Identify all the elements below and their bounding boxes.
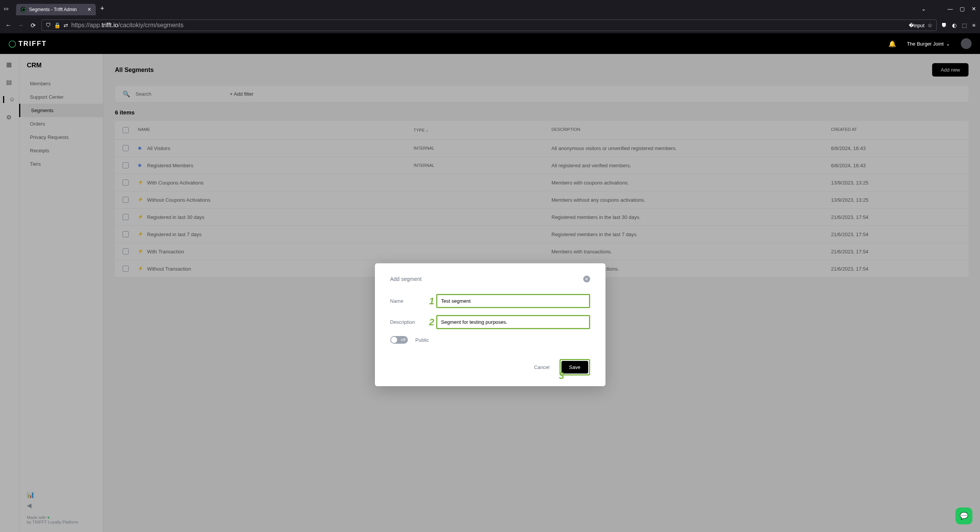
minimize-icon[interactable]: — [947, 6, 953, 12]
cancel-button[interactable]: Cancel [528, 361, 555, 374]
chat-icon: 💬 [960, 512, 968, 520]
chevron-down-icon: ⌄ [946, 41, 950, 47]
logo-icon: ◯ [8, 39, 16, 48]
permissions-icon[interactable]: ⇄ [64, 22, 68, 28]
toggle-off-label: Off [401, 338, 406, 342]
tab-close-icon[interactable]: × [88, 6, 91, 13]
pocket-icon[interactable]: ⛊ [941, 22, 947, 28]
avatar[interactable] [961, 38, 972, 49]
toggle-handle [391, 337, 397, 343]
description-label: Description [390, 319, 429, 325]
new-tab-button[interactable]: + [100, 5, 105, 13]
app-header: ◯ TRIFFT 🔔 The Burger Joint ⌄ [0, 33, 980, 54]
forward-icon: → [17, 22, 25, 29]
annotation-step-2: 2 [429, 317, 434, 328]
org-selector[interactable]: The Burger Joint ⌄ [907, 41, 950, 47]
url-text: https://app.trifft.io/cacitokiy/crm/segm… [71, 22, 183, 29]
menu-icon[interactable]: ≡ [972, 22, 975, 28]
name-input[interactable] [436, 294, 590, 308]
chat-widget[interactable]: 💬 [955, 508, 972, 524]
bookmark-icon[interactable]: ☆ [928, 22, 933, 28]
add-segment-modal: Add segment ✕ Name 1 Description 2 Off P… [375, 263, 605, 386]
reload-icon[interactable]: ⟳ [29, 22, 37, 29]
modal-title: Add segment [390, 276, 422, 282]
logo-text: TRIFFT [18, 40, 47, 48]
browser-toolbar: ← → ⟳ ⛉ 🔒 ⇄ https://app.trifft.io/cacito… [0, 17, 980, 33]
modal-close-icon[interactable]: ✕ [583, 276, 590, 282]
save-button[interactable]: Save [561, 361, 588, 374]
lock-icon[interactable]: 🔒 [54, 22, 61, 28]
description-input[interactable] [436, 315, 590, 329]
annotation-step-1: 1 [429, 296, 434, 307]
maximize-icon[interactable]: ▢ [960, 6, 965, 12]
back-icon[interactable]: ← [5, 22, 12, 29]
org-name: The Burger Joint [907, 41, 944, 47]
extensions-icon[interactable]: ⬚ [962, 22, 967, 28]
firefox-menu-icon[interactable]: ▭ [4, 6, 8, 11]
public-toggle[interactable]: Off [390, 336, 408, 344]
close-window-icon[interactable]: ✕ [972, 6, 976, 12]
translate-icon[interactable]: �input [909, 23, 924, 28]
url-bar[interactable]: ⛉ 🔒 ⇄ https://app.trifft.io/cacitokiy/cr… [41, 20, 937, 31]
annotation-step-3: 3 [559, 370, 564, 381]
browser-tab[interactable]: ◯ Segments - Trifft Admin × [16, 4, 96, 15]
tab-favicon-icon: ◯ [21, 7, 26, 12]
shield-icon[interactable]: ⛉ [46, 22, 51, 28]
overflow-dropdown-icon[interactable]: ⌄ [921, 6, 926, 12]
notifications-icon[interactable]: 🔔 [888, 40, 896, 47]
name-label: Name [390, 298, 429, 304]
account-icon[interactable]: ◐ [952, 22, 957, 28]
public-label: Public [416, 337, 429, 343]
tab-title: Segments - Trifft Admin [29, 7, 77, 12]
logo[interactable]: ◯ TRIFFT [8, 39, 47, 48]
browser-titlebar: ▭ ◯ Segments - Trifft Admin × + ⌄ — ▢ ✕ [0, 0, 980, 17]
